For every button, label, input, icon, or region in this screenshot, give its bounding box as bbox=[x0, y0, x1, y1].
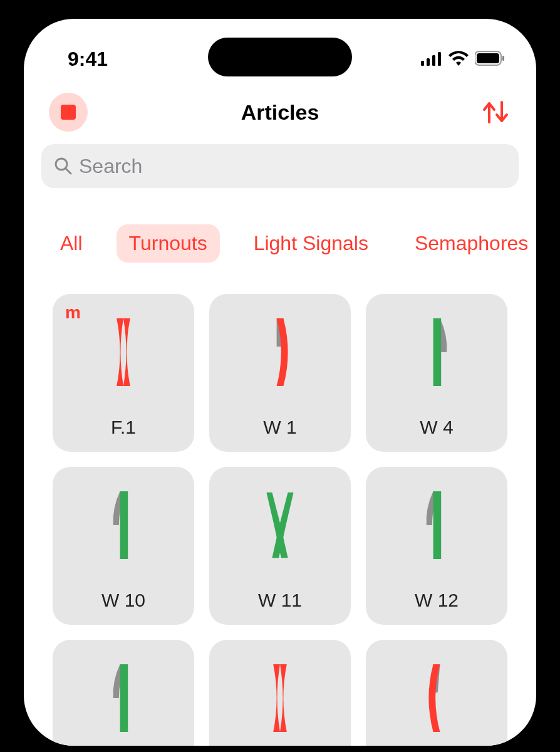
status-time: 9:41 bbox=[68, 48, 108, 71]
article-tile[interactable] bbox=[53, 640, 194, 746]
article-tile[interactable]: m F.1 bbox=[53, 294, 194, 452]
svg-rect-1 bbox=[427, 58, 430, 66]
svg-rect-12 bbox=[120, 664, 128, 732]
stop-icon bbox=[61, 105, 76, 120]
svg-rect-0 bbox=[421, 61, 424, 66]
turnout-icon bbox=[399, 651, 474, 745]
filter-row[interactable]: AllTurnoutsLight SignalsSemaphores bbox=[24, 188, 536, 281]
svg-rect-2 bbox=[432, 55, 435, 66]
svg-rect-3 bbox=[438, 52, 441, 66]
search-icon bbox=[54, 157, 73, 175]
turnout-icon bbox=[399, 478, 474, 572]
sort-icon bbox=[480, 98, 511, 126]
tile-label: W 1 bbox=[263, 417, 296, 438]
article-tile[interactable]: W 11 bbox=[209, 467, 351, 625]
filter-chip-light-signals[interactable]: Light Signals bbox=[241, 224, 381, 263]
article-tile[interactable]: W 4 bbox=[366, 294, 507, 452]
turnout-icon bbox=[86, 651, 161, 745]
svg-rect-10 bbox=[120, 491, 128, 559]
tile-label: W 4 bbox=[420, 417, 453, 438]
tile-label: W 12 bbox=[415, 590, 459, 611]
article-tile[interactable] bbox=[366, 640, 507, 746]
turnout-icon bbox=[242, 478, 318, 572]
svg-line-8 bbox=[66, 169, 71, 174]
tile-label: W 10 bbox=[101, 590, 145, 611]
svg-rect-9 bbox=[433, 318, 442, 386]
article-tile[interactable] bbox=[209, 640, 351, 746]
turnout-icon bbox=[86, 478, 161, 572]
wifi-icon bbox=[449, 48, 469, 71]
search-placeholder: Search bbox=[79, 155, 142, 178]
cellular-icon bbox=[421, 48, 442, 71]
article-tile[interactable]: W 12 bbox=[366, 467, 507, 625]
article-tile[interactable]: W 1 bbox=[209, 294, 351, 452]
tile-label: W 11 bbox=[258, 590, 302, 611]
dynamic-island bbox=[208, 38, 352, 76]
svg-rect-11 bbox=[433, 491, 442, 559]
turnout-icon bbox=[242, 305, 318, 399]
filter-chip-turnouts[interactable]: Turnouts bbox=[117, 224, 220, 263]
turnout-icon bbox=[86, 305, 161, 399]
article-grid: m F.1 W 1 W 4 W 10 W 11 W 12 bbox=[24, 281, 536, 746]
battery-icon bbox=[475, 48, 505, 71]
filter-chip-semaphores[interactable]: Semaphores bbox=[402, 224, 536, 263]
search-input[interactable]: Search bbox=[41, 144, 519, 188]
filter-chip-all[interactable]: All bbox=[48, 224, 95, 263]
sort-button[interactable] bbox=[480, 98, 511, 126]
svg-rect-6 bbox=[502, 56, 504, 61]
svg-rect-5 bbox=[477, 53, 499, 63]
turnout-icon bbox=[242, 651, 318, 745]
tile-badge: m bbox=[65, 303, 81, 323]
page-title: Articles bbox=[241, 100, 319, 125]
stop-button[interactable] bbox=[49, 93, 88, 132]
article-tile[interactable]: W 10 bbox=[53, 467, 194, 625]
tile-label: F.1 bbox=[111, 417, 136, 438]
turnout-icon bbox=[399, 305, 474, 399]
